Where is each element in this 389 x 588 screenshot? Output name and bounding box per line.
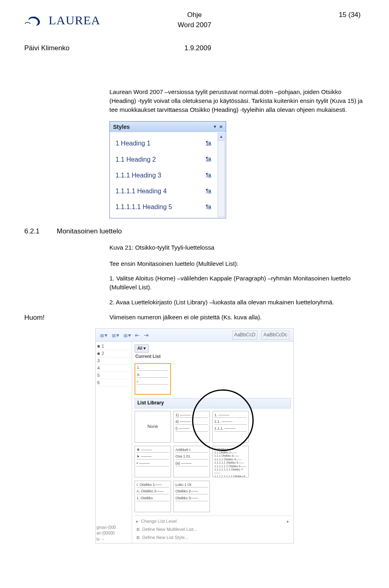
doc-sub: Word 2007 (178, 20, 212, 30)
arrow-right-icon: ▸ (136, 518, 139, 525)
style-label: 1.1.1 Heading 3 (115, 171, 161, 180)
styles-title: Styles (113, 123, 130, 131)
paragraph-intro: Laurean Word 2007 –versiossa tyylit peru… (109, 88, 365, 114)
paragraph-mark-icon: ¶a (206, 156, 211, 163)
page-number: 15 (34) (339, 10, 361, 20)
doc-fragment: an·(00000 (96, 530, 116, 537)
paragraph-instruction: Tee ensin Monitasoinen luettelo (Multile… (109, 259, 365, 268)
menu-define-multilevel[interactable]: ≣ Define New Multilevel List... (135, 526, 291, 534)
list-icon: ≣ (136, 526, 140, 533)
style-label: 1.1.1.1.1 Heading 5 (115, 202, 172, 212)
logo: LAUREA (24, 11, 100, 29)
style-sample[interactable]: AaBbCcDc (261, 331, 289, 339)
close-icon[interactable]: × (219, 123, 222, 131)
list-thumb-highlighted[interactable]: 1 Otsikko 1—— 1.1 Otsikko 2—— 1.1.1 Otsi… (212, 446, 249, 477)
ruler-column: ■1 ■2 3 4 5 6 gman·(000 an·(00000 lu → (96, 342, 132, 543)
style-sample[interactable]: AaBbCcD (232, 331, 258, 339)
paragraph-mark-icon: ¶a (206, 140, 211, 147)
style-item[interactable]: 1.1.1.1 Heading 4 ¶a (112, 183, 223, 199)
section-title: Monitasoinen luettelo (57, 227, 122, 237)
numbering-icon[interactable]: ≣▾ (111, 331, 119, 339)
figure-list-library: ≣▾ ≣▾ ≣▾ ⇤ ⇥ AaBbCcD AaBbCcDc ■1 ■2 3 4 … (95, 328, 294, 543)
style-item[interactable]: 1.1.1.1.1 Heading 5 ¶a (112, 199, 223, 215)
list-icon: ≣ (136, 535, 140, 541)
chevron-right-icon: ▸ (287, 518, 289, 525)
list-thumb[interactable]: Artikkeli I. Osa 1.01 (a) ——— (173, 446, 210, 477)
menu-define-style[interactable]: ≣ Define New List Style... (135, 534, 291, 542)
scrollbar[interactable]: ▲ (218, 133, 225, 217)
doc-type: Ohje (187, 10, 202, 20)
doc-fragment: gman·(000 (96, 525, 116, 531)
list-thumb[interactable]: 1. ——— 1.1. ——— 1.1.1. ——— (212, 411, 249, 443)
author: Päivi Klimenko (24, 43, 184, 53)
date: 1.9.2009 (184, 43, 211, 53)
list-thumb-current[interactable]: 1. a. i. (135, 363, 171, 395)
style-item[interactable]: 1 Heading 1 ¶a (112, 135, 223, 151)
style-label: 1.1.1.1 Heading 4 (115, 186, 167, 196)
style-label: 1.1 Heading 2 (115, 155, 156, 164)
doc-fragment: lu → (96, 537, 116, 543)
scroll-up-icon[interactable]: ▲ (218, 133, 224, 141)
indent-inc-icon[interactable]: ⇥ (144, 331, 149, 339)
svg-point-0 (34, 17, 36, 18)
indent-dec-icon[interactable]: ⇤ (135, 331, 140, 339)
list-library-label: List Library (135, 398, 291, 408)
note-label: Huom! (24, 313, 109, 323)
style-label: 1 Heading 1 (115, 139, 150, 148)
paragraph-mark-icon: ¶a (206, 203, 211, 210)
color-icon: ■ (97, 343, 100, 350)
list-thumb[interactable]: I. Otsikko 1—— A. Otsikko 2—— 1. Otsikko (135, 481, 171, 512)
list-thumb[interactable]: 1) ——— a) ——— i) ——— (173, 411, 210, 443)
list-thumb[interactable]: ❖ ——— ➤ ——— • ——— (135, 446, 171, 477)
dropdown-icon[interactable]: ▼ (213, 124, 217, 130)
step-2: 2. Avaa Luettelokirjasto (List Library) … (109, 298, 365, 307)
style-item[interactable]: 1.1.1 Heading 3 ¶a (112, 167, 223, 183)
note-text: Viimeisen numeron jälkeen ei ole pistett… (109, 313, 365, 322)
figure-caption: Kuva 21: Otsikko-tyylit Tyyli-luetteloss… (109, 243, 365, 252)
menu-change-level[interactable]: ▸ Change List Level ▸ (135, 517, 291, 526)
section-number: 6.2.1 (24, 227, 57, 237)
bullets-icon[interactable]: ≣▾ (100, 331, 107, 339)
current-list-label: Current List (135, 353, 291, 361)
all-dropdown[interactable]: All ▾ (135, 344, 149, 353)
paragraph-mark-icon: ¶a (206, 188, 211, 195)
figure-styles-panel: Styles ▼ × ▲ 1 Heading 1 ¶a 1.1 Heading … (109, 121, 226, 218)
paragraph-mark-icon: ¶a (206, 172, 211, 179)
logo-mark-icon (24, 13, 45, 27)
multilevel-icon[interactable]: ≣▾ (123, 331, 131, 339)
list-thumb-none[interactable]: None (135, 411, 171, 443)
step-1: 1. Valitse Aloitus (Home) –välilehden Ka… (109, 274, 365, 292)
list-thumb[interactable]: Luku 1 Ot Otsikko 2—— Otsikko 3—— (173, 481, 210, 512)
color-icon: ■ (97, 351, 100, 357)
logo-text: LAUREA (49, 11, 100, 29)
style-item[interactable]: 1.1 Heading 2 ¶a (112, 152, 223, 167)
